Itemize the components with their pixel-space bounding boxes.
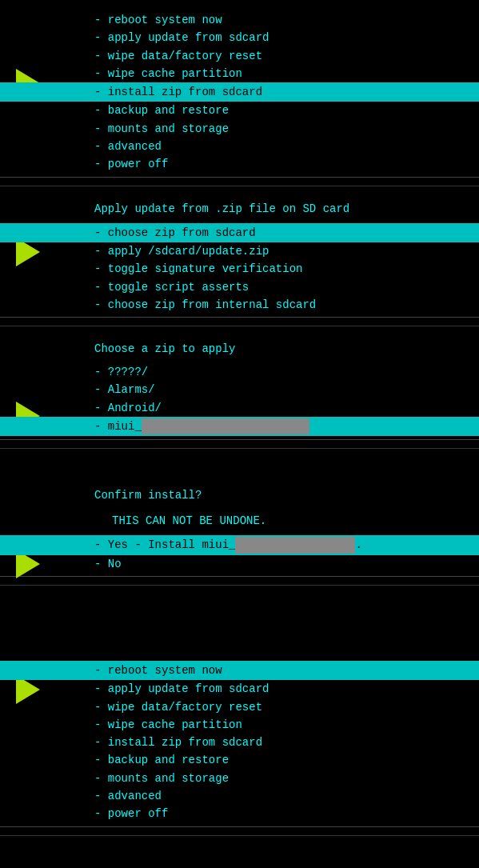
- menu-item-android[interactable]: - Android/: [0, 399, 479, 417]
- menu-item-choose-internal[interactable]: - choose zip from internal sdcard: [0, 296, 479, 314]
- menu-item-install-zip-selected[interactable]: - install zip from sdcard: [0, 82, 479, 102]
- section-file-picker: Choose a zip to apply - ?????/ - Alarms/…: [0, 326, 479, 449]
- confirm-subtitle: THIS CAN NOT BE UNDONE.: [0, 506, 479, 532]
- divider-5: [0, 826, 479, 827]
- menu-item-install-zip-2[interactable]: - install zip from sdcard: [0, 734, 479, 751]
- menu-item-wipe-cache-2[interactable]: - wipe cache partition: [0, 716, 479, 734]
- menu-item-advanced-2[interactable]: - advanced: [0, 787, 479, 805]
- menu-block-5: - reboot system now - apply update from …: [0, 658, 479, 826]
- menu-item-reboot-selected-2[interactable]: - reboot system now: [0, 661, 479, 680]
- gap-large: [0, 586, 479, 650]
- selected-row-wrapper-1: - install zip from sdcard: [0, 82, 479, 102]
- zip-menu-label: Apply update from .zip file on SD card: [0, 194, 479, 220]
- section-zip-menu: Apply update from .zip file on SD card -…: [0, 186, 479, 326]
- menu-item-mounts-2[interactable]: - mounts and storage: [0, 770, 479, 787]
- menu-item-yes-selected[interactable]: - Yes - Install miui_xxxxxxxxxxxxxxxxx.: [0, 535, 479, 554]
- menu-item-apply-sdcard[interactable]: - apply /sdcard/update.zip: [0, 242, 479, 260]
- menu-item-poweroff-1[interactable]: - power off: [0, 155, 479, 173]
- selected-row-wrapper-4: - Yes - Install miui_xxxxxxxxxxxxxxxxx.: [0, 535, 479, 554]
- selected-row-wrapper-5: - reboot system now: [0, 661, 479, 680]
- divider-3: [0, 439, 479, 440]
- menu-item-apply-update-2[interactable]: - apply update from sdcard: [0, 680, 479, 698]
- menu-item-questionmarks[interactable]: - ?????/: [0, 363, 479, 381]
- menu-item-advanced-1[interactable]: - advanced: [0, 138, 479, 155]
- divider-4: [0, 576, 479, 577]
- selected-row-wrapper-2: - choose zip from sdcard: [0, 223, 479, 242]
- menu-item-wipe-cache-1[interactable]: - wipe cache partition: [0, 65, 479, 82]
- file-picker-label: Choose a zip to apply: [0, 334, 479, 360]
- selected-row-wrapper-3: - miui_xxxxxxxxxxxxxxxxxxxxxxxxx: [0, 417, 479, 436]
- menu-item-backup-2[interactable]: - backup and restore: [0, 751, 479, 769]
- gap-1: [0, 449, 479, 473]
- menu-item-wipe-data-2[interactable]: - wipe data/factory reset: [0, 698, 479, 716]
- screen: - reboot system now - apply update from …: [0, 0, 479, 868]
- section-main-menu-2: - reboot system now - apply update from …: [0, 650, 479, 836]
- menu-item-apply-update-1[interactable]: - apply update from sdcard: [0, 29, 479, 46]
- menu-item-toggle-script[interactable]: - toggle script asserts: [0, 278, 479, 296]
- menu-item-backup-1[interactable]: - backup and restore: [0, 102, 479, 119]
- menu-item-choose-zip-selected[interactable]: - choose zip from sdcard: [0, 223, 479, 242]
- confirm-title: Confirm install?: [0, 481, 479, 506]
- section-main-menu-1: - reboot system now - apply update from …: [0, 0, 479, 186]
- menu-block-3: - ?????/ - Alarms/ - Android/ - miui_xxx…: [0, 360, 479, 439]
- bottom-padding: [0, 836, 479, 868]
- menu-item-no[interactable]: - No: [0, 555, 479, 573]
- menu-item-miui-selected[interactable]: - miui_xxxxxxxxxxxxxxxxxxxxxxxxx: [0, 417, 479, 436]
- menu-block-4: - Yes - Install miui_xxxxxxxxxxxxxxxxx. …: [0, 532, 479, 576]
- menu-item-wipe-data-1[interactable]: - wipe data/factory reset: [0, 47, 479, 65]
- divider-2: [0, 317, 479, 318]
- section-confirm: Confirm install? THIS CAN NOT BE UNDONE.…: [0, 473, 479, 586]
- menu-item-alarms[interactable]: - Alarms/: [0, 381, 479, 398]
- menu-item-reboot-1[interactable]: - reboot system now: [0, 11, 479, 29]
- menu-item-mounts-1[interactable]: - mounts and storage: [0, 120, 479, 138]
- divider-1: [0, 177, 479, 178]
- menu-item-toggle-sig[interactable]: - toggle signature verification: [0, 260, 479, 278]
- menu-item-poweroff-2[interactable]: - power off: [0, 805, 479, 822]
- menu-block-1: - reboot system now - apply update from …: [0, 8, 479, 177]
- menu-block-2: - choose zip from sdcard - apply /sdcard…: [0, 220, 479, 317]
